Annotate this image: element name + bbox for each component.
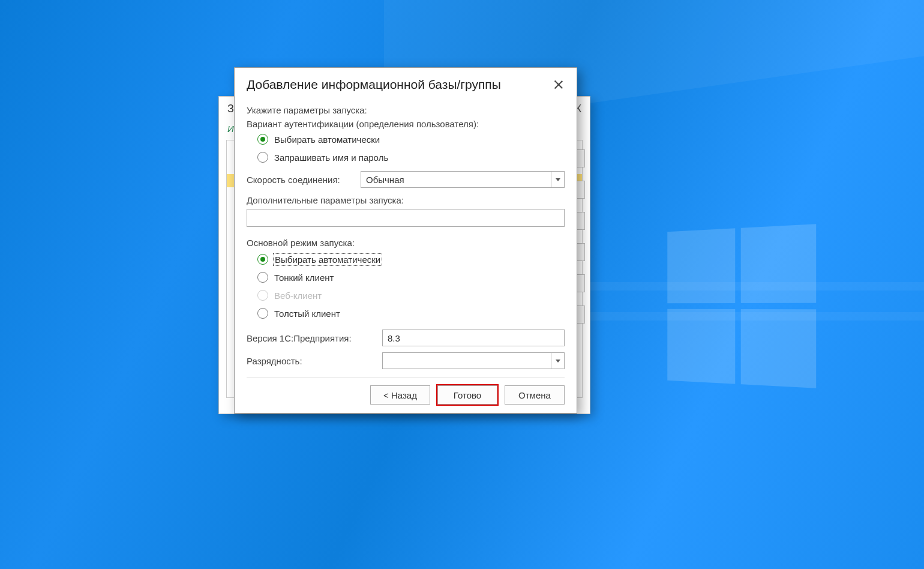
chevron-down-icon: [551, 353, 564, 369]
radio-icon: [257, 254, 268, 265]
mode-thick-label: Толстый клиент: [274, 309, 340, 319]
version-input[interactable]: 8.3: [382, 330, 565, 346]
speed-value: Обычная: [366, 175, 404, 185]
auth-ask-label: Запрашивать имя и пароль: [274, 152, 388, 163]
windows-logo: [667, 224, 816, 388]
mode-web-option: Веб-клиент: [257, 288, 565, 303]
auth-group-label: Вариант аутентификации (определения поль…: [247, 119, 565, 129]
dialog-title: Добавление информационной базы/группы: [247, 77, 501, 92]
launcher-title-fragment: З: [227, 103, 234, 115]
auth-auto-label: Выбирать автоматически: [274, 134, 380, 145]
mode-thin-option[interactable]: Тонкий клиент: [257, 269, 565, 285]
mode-thin-label: Тонкий клиент: [274, 272, 334, 283]
mode-web-label: Веб-клиент: [274, 291, 322, 301]
finish-button[interactable]: Готово: [437, 385, 497, 405]
speed-label: Скорость соединения:: [247, 175, 355, 185]
bitness-label: Разрядность:: [247, 356, 376, 366]
mode-auto-option[interactable]: Выбирать автоматически: [257, 251, 565, 267]
mode-auto-label: Выбирать автоматически: [274, 254, 381, 265]
bitness-combo[interactable]: [382, 352, 565, 369]
radio-icon: [257, 134, 268, 145]
radio-icon: [257, 290, 268, 301]
radio-icon: [257, 272, 268, 283]
version-value: 8.3: [388, 333, 400, 343]
auth-ask-option[interactable]: Запрашивать имя и пароль: [257, 149, 565, 165]
extra-params-input[interactable]: [247, 209, 565, 227]
close-icon[interactable]: [553, 79, 565, 91]
back-button[interactable]: < Назад: [370, 385, 430, 405]
radio-icon: [257, 152, 268, 163]
mode-group-label: Основной режим запуска:: [247, 238, 565, 248]
intro-label: Укажите параметры запуска:: [247, 105, 565, 115]
mode-thick-option[interactable]: Толстый клиент: [257, 306, 565, 321]
divider: [247, 378, 565, 378]
cancel-button[interactable]: Отмена: [505, 385, 565, 405]
chevron-down-icon: [551, 172, 564, 187]
radio-icon: [257, 308, 268, 319]
extra-params-label: Дополнительные параметры запуска:: [247, 195, 565, 205]
version-label: Версия 1С:Предприятия:: [247, 333, 376, 343]
speed-combo[interactable]: Обычная: [361, 171, 565, 188]
add-infobase-dialog: Добавление информационной базы/группы Ук…: [234, 67, 577, 414]
auth-auto-option[interactable]: Выбирать автоматически: [257, 131, 565, 147]
